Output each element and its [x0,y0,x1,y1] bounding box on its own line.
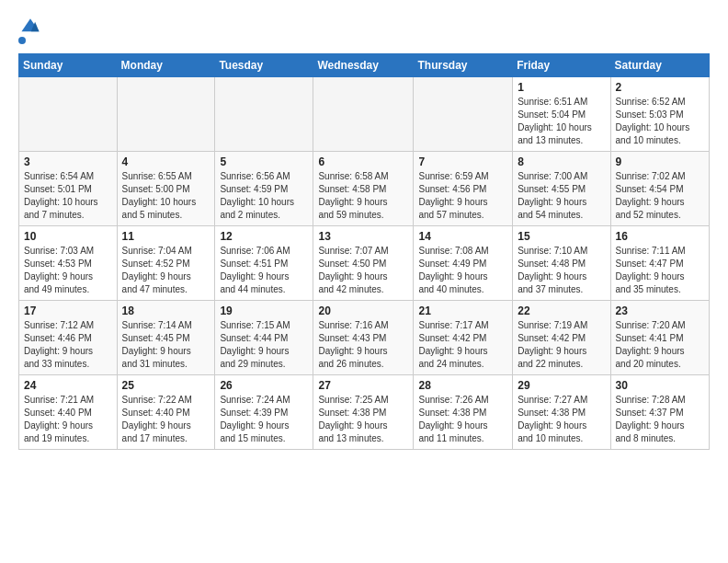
day-number: 5 [220,155,308,168]
calendar-week-row: 10Sunrise: 7:03 AMSunset: 4:53 PMDayligh… [19,226,710,301]
day-number: 7 [418,155,507,168]
day-number: 20 [318,304,408,317]
page: SundayMondayTuesdayWednesdayThursdayFrid… [0,0,728,466]
day-info: Sunrise: 7:12 AMSunset: 4:46 PMDaylight:… [24,319,112,371]
calendar-cell: 6Sunrise: 6:58 AMSunset: 4:58 PMDaylight… [313,152,414,226]
calendar-cell: 10Sunrise: 7:03 AMSunset: 4:53 PMDayligh… [19,226,118,301]
calendar-cell: 28Sunrise: 7:26 AMSunset: 4:38 PMDayligh… [414,375,513,450]
calendar-cell: 13Sunrise: 7:07 AMSunset: 4:50 PMDayligh… [313,226,414,301]
day-info: Sunrise: 7:27 AMSunset: 4:38 PMDaylight:… [518,394,605,445]
weekday-header-wednesday: Wednesday [313,54,414,77]
day-info: Sunrise: 7:25 AMSunset: 4:38 PMDaylight:… [318,394,408,445]
day-number: 1 [518,81,605,94]
calendar-cell: 5Sunrise: 6:56 AMSunset: 4:59 PMDaylight… [215,152,313,226]
calendar-cell: 21Sunrise: 7:17 AMSunset: 4:42 PMDayligh… [414,301,513,375]
calendar-cell: 22Sunrise: 7:19 AMSunset: 4:42 PMDayligh… [513,301,610,375]
calendar-cell: 11Sunrise: 7:04 AMSunset: 4:52 PMDayligh… [117,226,215,301]
logo-icon [20,17,40,37]
day-number: 11 [122,230,210,243]
calendar-cell: 2Sunrise: 6:52 AMSunset: 5:03 PMDaylight… [610,77,709,152]
day-info: Sunrise: 7:10 AMSunset: 4:48 PMDaylight:… [518,245,605,296]
logo-text [18,17,40,37]
day-info: Sunrise: 7:21 AMSunset: 4:40 PMDaylight:… [24,394,112,445]
day-number: 15 [518,230,605,243]
day-number: 23 [616,304,704,317]
calendar-cell: 19Sunrise: 7:15 AMSunset: 4:44 PMDayligh… [215,301,313,375]
weekday-header-sunday: Sunday [19,54,118,77]
day-number: 24 [24,379,112,392]
calendar-cell: 17Sunrise: 7:12 AMSunset: 4:46 PMDayligh… [19,301,118,375]
calendar-cell [19,77,118,152]
calendar-week-row: 24Sunrise: 7:21 AMSunset: 4:40 PMDayligh… [19,375,710,450]
calendar-cell: 3Sunrise: 6:54 AMSunset: 5:01 PMDaylight… [19,152,118,226]
header [18,17,710,44]
day-info: Sunrise: 7:08 AMSunset: 4:49 PMDaylight:… [418,245,507,296]
calendar-cell: 8Sunrise: 7:00 AMSunset: 4:55 PMDaylight… [513,152,610,226]
calendar-cell [215,77,313,152]
day-info: Sunrise: 7:06 AMSunset: 4:51 PMDaylight:… [220,245,308,296]
day-number: 9 [616,155,704,168]
calendar-week-row: 1Sunrise: 6:51 AMSunset: 5:04 PMDaylight… [19,77,710,152]
weekday-header-row: SundayMondayTuesdayWednesdayThursdayFrid… [19,54,710,77]
day-info: Sunrise: 7:07 AMSunset: 4:50 PMDaylight:… [318,245,408,296]
calendar: SundayMondayTuesdayWednesdayThursdayFrid… [18,53,710,450]
day-number: 26 [220,379,308,392]
day-number: 30 [616,379,704,392]
weekday-header-friday: Friday [513,54,610,77]
calendar-cell: 4Sunrise: 6:55 AMSunset: 5:00 PMDaylight… [117,152,215,226]
day-info: Sunrise: 6:54 AMSunset: 5:01 PMDaylight:… [24,170,112,222]
day-number: 13 [318,230,408,243]
calendar-cell: 15Sunrise: 7:10 AMSunset: 4:48 PMDayligh… [513,226,610,301]
calendar-cell: 14Sunrise: 7:08 AMSunset: 4:49 PMDayligh… [414,226,513,301]
calendar-cell: 16Sunrise: 7:11 AMSunset: 4:47 PMDayligh… [610,226,709,301]
day-number: 17 [24,304,112,317]
day-number: 22 [518,304,605,317]
logo [18,17,40,44]
weekday-header-thursday: Thursday [414,54,513,77]
calendar-cell: 29Sunrise: 7:27 AMSunset: 4:38 PMDayligh… [513,375,610,450]
calendar-cell: 9Sunrise: 7:02 AMSunset: 4:54 PMDaylight… [610,152,709,226]
weekday-header-tuesday: Tuesday [215,54,313,77]
logo-dot [18,37,26,44]
day-info: Sunrise: 7:03 AMSunset: 4:53 PMDaylight:… [24,245,112,296]
calendar-cell [313,77,414,152]
day-info: Sunrise: 7:16 AMSunset: 4:43 PMDaylight:… [318,319,408,371]
calendar-cell: 26Sunrise: 7:24 AMSunset: 4:39 PMDayligh… [215,375,313,450]
day-number: 25 [122,379,210,392]
calendar-cell: 18Sunrise: 7:14 AMSunset: 4:45 PMDayligh… [117,301,215,375]
day-info: Sunrise: 6:55 AMSunset: 5:00 PMDaylight:… [122,170,210,222]
day-number: 27 [318,379,408,392]
day-info: Sunrise: 6:59 AMSunset: 4:56 PMDaylight:… [418,170,507,222]
calendar-cell [117,77,215,152]
day-info: Sunrise: 7:22 AMSunset: 4:40 PMDaylight:… [122,394,210,445]
day-number: 2 [616,81,704,94]
calendar-cell: 25Sunrise: 7:22 AMSunset: 4:40 PMDayligh… [117,375,215,450]
weekday-header-monday: Monday [117,54,215,77]
day-number: 14 [418,230,507,243]
day-info: Sunrise: 6:56 AMSunset: 4:59 PMDaylight:… [220,170,308,222]
day-info: Sunrise: 7:24 AMSunset: 4:39 PMDaylight:… [220,394,308,445]
day-number: 3 [24,155,112,168]
day-number: 6 [318,155,408,168]
day-info: Sunrise: 6:52 AMSunset: 5:03 PMDaylight:… [616,96,704,147]
day-info: Sunrise: 7:28 AMSunset: 4:37 PMDaylight:… [616,394,704,445]
day-info: Sunrise: 7:17 AMSunset: 4:42 PMDaylight:… [418,319,507,371]
calendar-cell: 20Sunrise: 7:16 AMSunset: 4:43 PMDayligh… [313,301,414,375]
day-number: 18 [122,304,210,317]
day-info: Sunrise: 7:11 AMSunset: 4:47 PMDaylight:… [616,245,704,296]
day-number: 4 [122,155,210,168]
day-info: Sunrise: 7:26 AMSunset: 4:38 PMDaylight:… [418,394,507,445]
calendar-cell: 30Sunrise: 7:28 AMSunset: 4:37 PMDayligh… [610,375,709,450]
calendar-cell: 1Sunrise: 6:51 AMSunset: 5:04 PMDaylight… [513,77,610,152]
day-number: 12 [220,230,308,243]
calendar-week-row: 17Sunrise: 7:12 AMSunset: 4:46 PMDayligh… [19,301,710,375]
day-info: Sunrise: 6:58 AMSunset: 4:58 PMDaylight:… [318,170,408,222]
day-number: 16 [616,230,704,243]
day-number: 29 [518,379,605,392]
day-number: 28 [418,379,507,392]
day-info: Sunrise: 7:00 AMSunset: 4:55 PMDaylight:… [518,170,605,222]
day-info: Sunrise: 7:04 AMSunset: 4:52 PMDaylight:… [122,245,210,296]
day-info: Sunrise: 7:14 AMSunset: 4:45 PMDaylight:… [122,319,210,371]
calendar-cell: 7Sunrise: 6:59 AMSunset: 4:56 PMDaylight… [414,152,513,226]
day-number: 19 [220,304,308,317]
